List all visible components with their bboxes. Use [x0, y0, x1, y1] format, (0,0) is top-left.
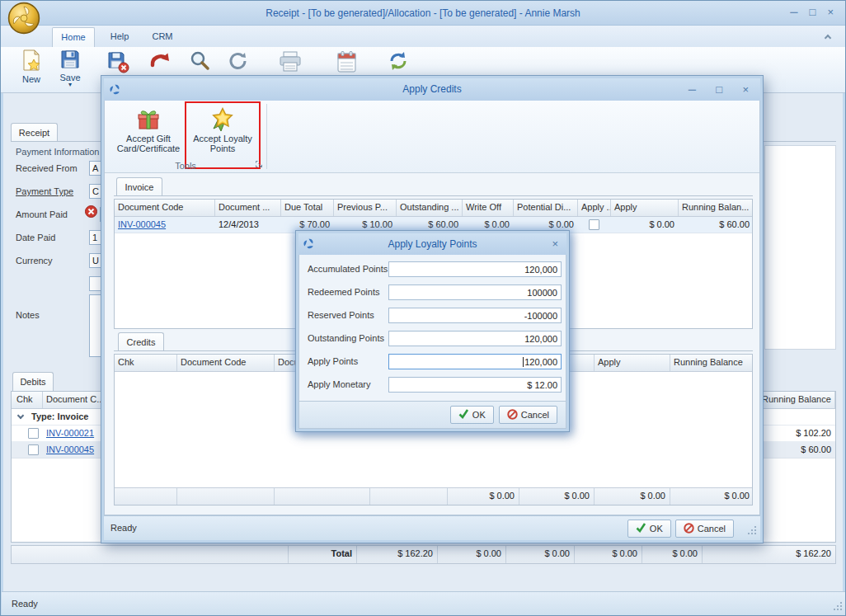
ok-button[interactable]: OK [450, 406, 494, 424]
apply-checkbox[interactable] [589, 219, 599, 230]
application-window: Receipt - [To be generated]/Allocation -… [0, 0, 846, 616]
apply-monetary-field[interactable]: $ 12.00 [388, 377, 562, 393]
app-logo-icon [7, 2, 40, 36]
window-titlebar: Receipt - [To be generated]/Allocation -… [1, 1, 845, 26]
dialog-minimize-button[interactable]: ─ [689, 82, 696, 97]
outstanding-points-label: Outstanding Points [308, 333, 384, 343]
row-checkbox[interactable] [28, 444, 39, 455]
circular-arrows-icon [227, 63, 250, 73]
column-header-chk[interactable]: Chk [115, 355, 177, 371]
cancel-button[interactable]: Cancel [675, 520, 734, 538]
column-header-running-balance[interactable]: Running Balance [670, 355, 754, 371]
ribbon-tab-home[interactable]: Home [52, 27, 95, 47]
invoice-link[interactable]: INV-000045 [46, 444, 94, 454]
running-balance-cell: $ 60.00 [679, 217, 754, 233]
column-header-running-balance[interactable]: Running Balance [758, 392, 835, 408]
field-row: Accumulated Points 120,000 [299, 261, 566, 278]
save-and-close-button[interactable] [106, 50, 133, 75]
schedule-button[interactable] [336, 50, 362, 75]
column-header-apply-check[interactable]: Apply ... [578, 200, 611, 216]
row-checkbox[interactable] [28, 428, 39, 439]
footer-cell [370, 488, 448, 505]
apply-cell: $ 0.00 [611, 217, 679, 233]
refresh-button[interactable] [227, 50, 253, 75]
column-header-running-balance[interactable]: Running Balan... [679, 200, 754, 216]
cancel-button[interactable]: Cancel [499, 406, 557, 424]
group-expand-chevron-icon[interactable] [17, 412, 24, 419]
loyalty-button-label: Accept Loyalty Points [187, 134, 258, 153]
dialog-title: Apply Credits [104, 78, 760, 101]
undo-button[interactable] [148, 50, 174, 75]
accept-loyalty-points-button[interactable]: Accept Loyalty Points [187, 103, 258, 167]
group-dialog-launcher-icon[interactable] [255, 160, 263, 170]
column-header-document-code[interactable]: Document Code [115, 200, 215, 216]
redeemed-points-field[interactable]: 100000 [388, 284, 562, 300]
save-button[interactable]: Save ▾ [51, 49, 89, 92]
column-header-outstanding[interactable]: Outstanding ... [397, 200, 463, 216]
apply-monetary-label: Apply Monetary [308, 379, 370, 389]
dialog-title: Apply Loyalty Points [298, 233, 566, 255]
reserved-points-field[interactable]: -100000 [388, 308, 562, 323]
sync-button[interactable] [387, 50, 413, 75]
column-header-apply[interactable]: Apply [595, 355, 670, 371]
apply-loyalty-points-dialog: Apply Loyalty Points × Accumulated Point… [295, 230, 570, 432]
reserved-points-label: Reserved Points [308, 310, 374, 320]
invoice-document-link[interactable]: INV-000045 [115, 217, 215, 233]
dialog-maximize-button[interactable]: □ [716, 82, 722, 97]
column-header-due-total[interactable]: Due Total [281, 200, 334, 216]
accept-gift-card-button[interactable]: Accept Gift Card/Certificate [113, 103, 184, 167]
resize-grip[interactable] [833, 601, 843, 613]
ribbon-minimize-button[interactable] [825, 32, 837, 42]
payment-type-link[interactable]: Payment Type [16, 186, 73, 196]
dialog-resize-grip[interactable] [747, 525, 757, 537]
column-header-write-off[interactable]: Write Off [463, 200, 514, 216]
credits-grid-footer: $ 0.00 $ 0.00 $ 0.00 $ 0.00 [115, 487, 752, 505]
dropdown-caret-icon: ▾ [68, 82, 72, 87]
dialog-close-button[interactable]: × [552, 237, 558, 252]
minimize-button[interactable]: ─ [790, 5, 797, 20]
field-row: Outstanding Points 120,000 [299, 331, 566, 347]
dialog-close-button[interactable]: × [742, 82, 749, 97]
column-header-previous-paid[interactable]: Previous P... [334, 200, 397, 216]
total-value: $ 162.20 [702, 546, 835, 563]
check-icon [458, 409, 469, 421]
column-header-apply[interactable]: Apply [611, 200, 679, 216]
close-button[interactable]: × [827, 5, 834, 20]
new-button[interactable]: New [12, 49, 50, 92]
ok-button[interactable]: OK [627, 520, 671, 538]
blue-circular-arrow-icon [387, 63, 410, 73]
invoice-link[interactable]: INV-000021 [46, 428, 94, 438]
search-button[interactable] [189, 50, 215, 75]
gift-icon [136, 107, 161, 134]
maximize-button[interactable]: □ [810, 5, 816, 20]
outstanding-points-field[interactable]: 120,000 [388, 331, 562, 346]
ribbon-tab-crm[interactable]: CRM [141, 27, 184, 47]
total-value: $ 0.00 [574, 546, 642, 563]
dialog-status-text: Ready [110, 523, 137, 533]
tab-credits[interactable]: Credits [118, 332, 164, 351]
column-header-document-date[interactable]: Document ... [215, 200, 281, 216]
amount-paid-label: Amount Paid [16, 209, 68, 219]
undo-arrow-icon [148, 63, 172, 73]
text-cursor [523, 357, 524, 367]
tab-receipt[interactable]: Receipt [11, 123, 58, 142]
gift-button-label: Accept Gift Card/Certificate [113, 134, 184, 153]
clipboard-calendar-icon [336, 65, 358, 75]
total-value: $ 0.00 [505, 546, 574, 563]
floppy-red-x-icon [106, 65, 129, 75]
column-header-chk[interactable]: Chk [13, 392, 43, 408]
accumulated-points-field[interactable]: 120,000 [388, 261, 562, 277]
field-value: -100000 [524, 311, 557, 321]
tab-debits[interactable]: Debits [12, 372, 54, 391]
tab-invoice[interactable]: Invoice [116, 177, 162, 196]
ok-button-label: OK [472, 410, 486, 420]
loyalty-dialog-titlebar[interactable]: Apply Loyalty Points × [298, 233, 566, 255]
ribbon-tab-help[interactable]: Help [100, 27, 139, 47]
apply-points-field[interactable]: 120,000 [388, 354, 562, 369]
group-divider [266, 104, 267, 169]
print-button[interactable] [278, 50, 304, 75]
column-header-document-code[interactable]: Document Code [177, 355, 275, 371]
printer-icon [278, 64, 303, 74]
apply-credits-titlebar[interactable]: Apply Credits ─ □ × [104, 78, 760, 101]
column-header-potential-discount[interactable]: Potential Di... [514, 200, 578, 216]
